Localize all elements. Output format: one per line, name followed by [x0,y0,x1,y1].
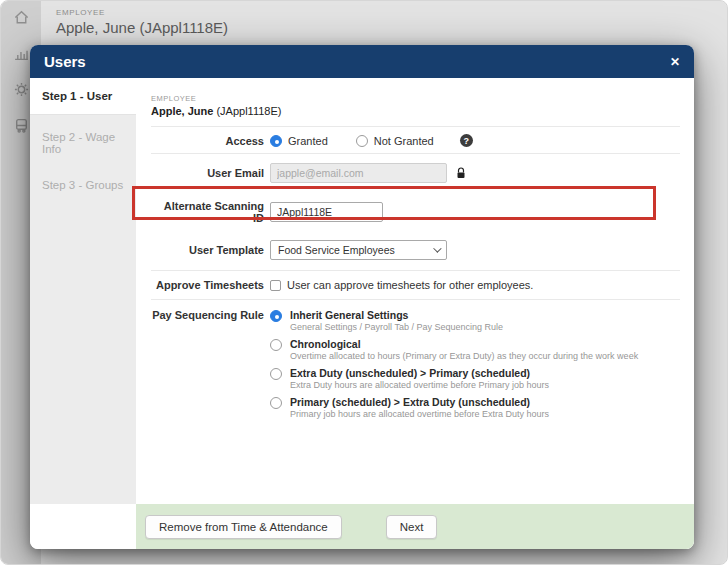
step-1-user[interactable]: Step 1 - User [30,78,136,115]
approve-timesheets-label: Approve Timesheets [151,279,264,291]
access-not-granted-label: Not Granted [374,135,434,147]
steps-footer-spacer [30,504,136,549]
remove-from-time-attendance-button[interactable]: Remove from Time & Attendance [145,515,342,539]
alternate-scanning-id-label: Alternate Scanning ID [151,200,264,224]
user-form: EMPLOYEE Apple, June (JAppl1118E) Access… [136,78,694,504]
pay-sequencing-rule-label: Pay Sequencing Rule [151,309,264,321]
user-template-select[interactable]: Food Service Employees [270,240,447,260]
user-email-label: User Email [151,167,264,179]
access-not-granted-radio[interactable] [356,135,368,147]
modal-header: Users ✕ [30,45,694,78]
step-2-wage-info[interactable]: Step 2 - Wage Info [30,119,136,167]
alternate-scanning-id-input[interactable] [270,202,383,222]
pay-seq-chronological-radio[interactable] [270,339,282,351]
pay-sequencing-rule-row: Pay Sequencing Rule Inherit General Sett… [151,300,680,428]
access-label: Access [151,135,264,147]
alternate-scanning-id-row: Alternate Scanning ID [151,192,680,231]
pay-seq-primary-first-radio[interactable] [270,397,282,409]
wizard-steps: Step 1 - User Step 2 - Wage Info Step 3 … [30,78,136,549]
step-3-groups[interactable]: Step 3 - Groups [30,167,136,203]
user-email-input [270,163,447,183]
screenshot-frame: EMPLOYEE Apple, June (JAppl1118E) Users … [0,0,728,565]
user-email-row: User Email [151,154,680,192]
employee-name: Apple, June (JAppl1118E) [151,105,680,117]
employee-eyebrow: EMPLOYEE [151,94,680,103]
next-button[interactable]: Next [386,515,438,539]
close-icon[interactable]: ✕ [670,56,680,68]
lock-icon [456,167,466,179]
pay-seq-extra-duty-first-radio[interactable] [270,368,282,380]
approve-timesheets-checkbox[interactable] [270,280,281,291]
user-template-row: User Template Food Service Employees [151,231,680,270]
access-row: Access Granted Not Granted ? [151,127,680,153]
user-template-label: User Template [151,244,264,256]
help-icon[interactable]: ? [460,134,473,147]
modal-title: Users [44,53,86,70]
pay-seq-option-primary-first: Primary (scheduled) > Extra Duty (unsche… [270,396,638,419]
access-granted-radio[interactable] [270,135,282,147]
approve-timesheets-row: Approve Timesheets User can approve time… [151,271,680,299]
approve-timesheets-checkbox-label: User can approve timesheets for other em… [287,279,533,291]
access-granted-label: Granted [288,135,328,147]
pay-seq-option-inherit: Inherit General Settings General Setting… [270,309,638,332]
pay-seq-option-chronological: Chronological Overtime allocated to hour… [270,338,638,361]
chevron-down-icon [433,244,441,252]
pay-seq-option-extra-duty-first: Extra Duty (unscheduled) > Primary (sche… [270,367,638,390]
pay-seq-inherit-radio[interactable] [270,310,282,322]
user-template-value: Food Service Employees [278,244,395,256]
modal-footer: Remove from Time & Attendance Next [136,504,694,549]
users-modal: Users ✕ Step 1 - User Step 2 - Wage Info… [30,45,694,549]
